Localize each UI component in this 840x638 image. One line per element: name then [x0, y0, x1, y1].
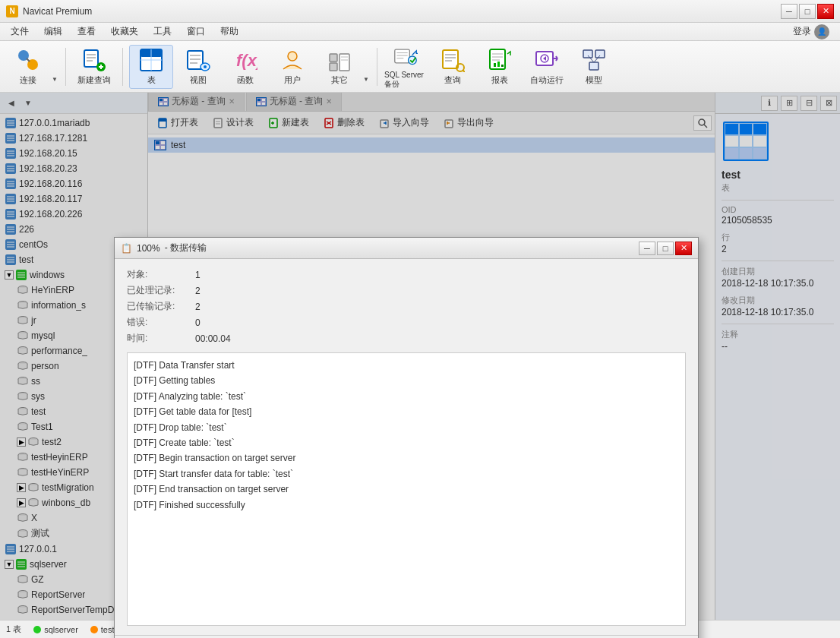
modal-object-label: 对象:: [127, 268, 195, 281]
modal-object-row: 对象: 1: [127, 268, 686, 281]
modal-error-row: 错误: 0: [127, 316, 686, 329]
status-sqlserver-label: sqlserver: [44, 625, 78, 634]
data-transfer-dialog: 📋 100% - 数据传输 ─ □ ✕ 对象: 1 已处理记录:: [114, 237, 699, 638]
svg-rect-24: [339, 54, 349, 71]
menu-help[interactable]: 帮助: [213, 24, 246, 39]
log-line-3: [DTF] Analyzing table: `test`: [134, 389, 679, 404]
svg-rect-3: [84, 50, 98, 67]
menu-view[interactable]: 查看: [70, 24, 103, 39]
user-icon: [280, 48, 305, 72]
svg-line-2: [27, 58, 30, 62]
report-button[interactable]: 报表: [478, 45, 522, 89]
modal-error-value: 0: [195, 317, 201, 328]
modal-time-label: 时间:: [127, 332, 195, 345]
svg-rect-43: [497, 62, 500, 67]
modal-transferred-row: 已传输记录: 2: [127, 300, 686, 313]
query-button[interactable]: 查询: [431, 45, 475, 89]
new-query-button[interactable]: 新建查询: [72, 45, 116, 89]
menu-favorites[interactable]: 收藏夹: [103, 24, 146, 39]
minimize-button[interactable]: ─: [781, 4, 797, 19]
modal-transferred-value: 2: [195, 302, 201, 312]
main-area: ◀ ▼ 127.0.0.1mariadb 127.168.17.1281 192…: [0, 93, 840, 620]
menu-bar: 文件 编辑 查看 收藏夹 工具 窗口 帮助 登录 👤: [0, 23, 840, 41]
modal-processed-row: 已处理记录: 2: [127, 284, 686, 297]
svg-rect-22: [330, 54, 337, 62]
user-avatar: 👤: [814, 24, 829, 39]
title-bar: N Navicat Premium ─ □ ✕: [0, 0, 840, 23]
svg-rect-42: [494, 63, 496, 67]
modal-title: 📋 100% - 数据传输: [121, 242, 207, 254]
app-title: Navicat Premium: [23, 6, 92, 17]
modal-titlebar: 📋 100% - 数据传输 ─ □ ✕: [115, 238, 698, 259]
login-button[interactable]: 登录 👤: [785, 23, 837, 41]
maximize-button[interactable]: □: [799, 4, 816, 19]
modal-transferred-label: 已传输记录:: [127, 300, 195, 313]
query-icon: [441, 48, 465, 72]
model-icon: [582, 48, 606, 72]
log-line-10: [DTF] Finished successfully: [134, 497, 679, 513]
function-button[interactable]: f(x) 函数: [223, 45, 267, 89]
new-query-icon: [82, 48, 106, 72]
menu-window[interactable]: 窗口: [179, 24, 213, 39]
user-button[interactable]: 用户: [270, 45, 314, 89]
sep1: [65, 48, 66, 86]
modal-overlay: 📋 100% - 数据传输 ─ □ ✕ 对象: 1 已处理记录:: [0, 93, 840, 620]
modal-progress-percent: 100%: [137, 243, 160, 254]
window-controls: ─ □ ✕: [781, 4, 834, 19]
connect-btn-group: 连接 ▼: [6, 45, 59, 89]
other-icon: [327, 48, 352, 72]
menu-tools[interactable]: 工具: [146, 24, 179, 39]
status-dot-green: [33, 626, 41, 633]
log-line-2: [DTF] Getting tables: [134, 373, 679, 388]
svg-rect-50: [583, 50, 592, 58]
log-line-8: [DTF] Start transfer data for table: `te…: [134, 466, 679, 482]
svg-rect-23: [330, 63, 337, 71]
modal-close[interactable]: ✕: [675, 242, 692, 255]
log-line-6: [DTF] Create table: `test`: [134, 435, 679, 450]
connect-icon: [16, 48, 40, 72]
autorun-button[interactable]: 自动运行: [525, 45, 569, 89]
modal-content: 对象: 1 已处理记录: 2 已传输记录: 2 错误: 0 时间: 00:0: [115, 259, 698, 635]
svg-text:f(x): f(x): [236, 51, 257, 70]
log-line-5: [DTF] Drop table: `test`: [134, 420, 679, 435]
other-btn-group: 其它 ▼: [317, 45, 371, 89]
main-toolbar: 连接 ▼ 新建查询 表: [0, 41, 840, 93]
svg-rect-51: [595, 50, 605, 58]
model-button[interactable]: 模型: [572, 45, 616, 89]
close-button[interactable]: ✕: [817, 4, 834, 19]
log-line-1: [DTF] Data Transfer start: [134, 358, 679, 373]
modal-maximize[interactable]: □: [657, 242, 674, 255]
sqlserver-backup-icon: [393, 44, 418, 68]
sep3: [377, 48, 377, 86]
other-dropdown[interactable]: ▼: [362, 45, 371, 89]
modal-minimize[interactable]: ─: [639, 242, 655, 255]
modal-progress-icon: 📋: [121, 243, 132, 254]
function-icon: f(x): [233, 48, 257, 72]
modal-object-value: 1: [195, 270, 201, 280]
svg-rect-32: [443, 50, 458, 68]
status-dot-orange: [90, 626, 98, 633]
log-line-7: [DTF] Begin transaction on target server: [134, 450, 679, 466]
view-button[interactable]: 视图: [176, 45, 220, 89]
table-button[interactable]: 表: [129, 45, 173, 89]
modal-processed-value: 2: [195, 286, 201, 296]
modal-log-area[interactable]: [DTF] Data Transfer start [DTF] Getting …: [127, 352, 686, 626]
table-count: 1 表: [6, 624, 21, 635]
modal-controls: ─ □ ✕: [639, 242, 692, 255]
menu-edit[interactable]: 编辑: [36, 24, 70, 39]
app-icon: N: [6, 5, 18, 17]
svg-line-37: [463, 70, 465, 72]
sqlserver-backup-button[interactable]: SQL Server 备份: [384, 45, 428, 89]
menu-file[interactable]: 文件: [3, 24, 36, 39]
log-line-4: [DTF] Get table data for [test]: [134, 404, 679, 419]
connect-dropdown[interactable]: ▼: [50, 45, 59, 89]
modal-time-row: 时间: 00:00.04: [127, 332, 686, 345]
table-icon: [139, 48, 163, 72]
modal-error-label: 错误:: [127, 316, 195, 329]
svg-point-21: [288, 52, 297, 61]
status-sqlserver: sqlserver: [33, 625, 78, 634]
other-button[interactable]: 其它: [317, 45, 362, 89]
sep2: [122, 48, 123, 86]
modal-time-value: 00:00.04: [195, 333, 231, 344]
connect-button[interactable]: 连接: [6, 45, 50, 89]
